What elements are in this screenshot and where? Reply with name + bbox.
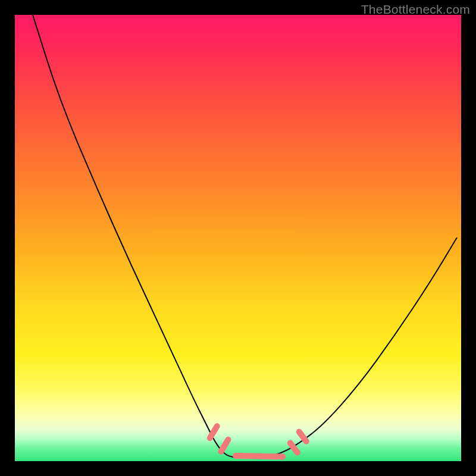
svg-point-6 [280, 454, 286, 460]
svg-line-4 [299, 432, 306, 441]
plot-area [15, 15, 461, 461]
svg-line-1 [210, 426, 217, 438]
svg-point-5 [233, 453, 239, 459]
svg-line-2 [221, 440, 228, 452]
watermark-text: TheBottleneck.com [361, 2, 470, 17]
curve-layer [15, 15, 461, 461]
curve-markers [210, 426, 306, 459]
svg-line-0 [236, 456, 283, 457]
chart-frame: TheBottleneck.com [0, 0, 476, 476]
bottleneck-curve [33, 15, 457, 458]
